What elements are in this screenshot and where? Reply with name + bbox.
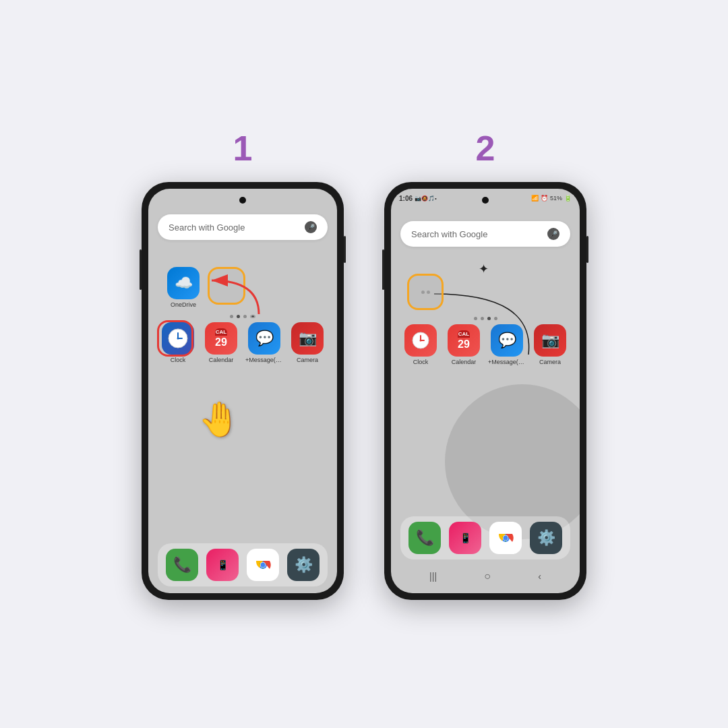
chrome-wrap[interactable] (245, 549, 280, 581)
phone1-notch (239, 197, 246, 204)
phone-wrap[interactable]: 📞 (164, 549, 200, 581)
p2-clock-icon (404, 324, 437, 357)
step1-number: 1 (233, 128, 253, 169)
status-left: 1:06 📷🔕🎵• (399, 195, 437, 202)
onedrive-label: OneDrive (171, 301, 196, 308)
calendar-label: Calendar (209, 357, 234, 363)
p2-calendar-wrap[interactable]: CAL 29 Calendar (445, 324, 483, 365)
message-wrap[interactable]: 💬 +Message(SM... (245, 322, 283, 363)
p2-bixby-icon: 📱 (449, 522, 481, 554)
phone1-app-row2: Clock CAL 29 Calendar (158, 322, 328, 363)
p2-phone-icon: 📞 (408, 522, 441, 554)
camera-label: Camera (297, 357, 318, 363)
p2-chrome-wrap[interactable] (488, 522, 523, 554)
p2-bixby-wrap[interactable]: 📱 (448, 522, 483, 554)
p2-camera-wrap[interactable]: 📷 Camera (531, 324, 569, 365)
chrome-logo (253, 555, 272, 574)
phone2-mic-icon: 🎤 (547, 228, 559, 240)
status-right: 📶 ⏰ 51% 🔋 (531, 195, 572, 202)
chrome-icon (247, 549, 279, 581)
calendar-wrap[interactable]: CAL 29 Calendar (202, 322, 240, 363)
settings-wrap[interactable]: ⚙️ (286, 549, 321, 581)
p2-camera-label: Camera (539, 359, 561, 365)
status-icons: 📷🔕🎵• (415, 195, 437, 202)
phone1-content: Search with Google 🎤 ☁️ OneDrive (148, 208, 337, 593)
settings-icon: ⚙️ (287, 549, 320, 581)
phone1-search-bar[interactable]: Search with Google 🎤 (158, 214, 328, 240)
status-wifi: 📶 (531, 195, 539, 202)
step1-container: 1 Search with Google 🎤 (142, 128, 344, 600)
phone1-app-grid: ☁️ OneDrive (158, 247, 328, 537)
step2-number: 2 (476, 128, 495, 169)
phone1-mic-icon: 🎤 (305, 221, 317, 233)
message-label: +Message(SM... (245, 357, 283, 363)
clock-label: Clock (171, 357, 186, 363)
p2-message-label: +Message(SM... (488, 359, 526, 365)
phone-icon: 📞 (166, 549, 198, 581)
p2-chrome-icon (489, 522, 522, 554)
main-container: 1 Search with Google 🎤 (142, 128, 586, 600)
clock-wrap[interactable]: Clock (159, 322, 197, 363)
red-arrow-svg (198, 267, 279, 321)
status-battery-text: 51% (550, 195, 562, 202)
camera-icon: 📷 (291, 322, 324, 355)
p2-clock-face (411, 331, 430, 350)
p2-camera-icon: 📷 (534, 324, 566, 357)
phone2-orange-slot (407, 274, 444, 310)
phone2-navbar: ||| ○ ‹ (400, 566, 570, 586)
status-alarm: ⏰ (541, 195, 548, 202)
p2-clock-wrap[interactable]: Clock (402, 324, 439, 365)
phone2-screen: 1:06 📷🔕🎵• 📶 ⏰ 51% 🔋 ✦ (391, 189, 580, 593)
bixby-icon: 📱 (206, 549, 239, 581)
phone2: 1:06 📷🔕🎵• 📶 ⏰ 51% 🔋 ✦ (384, 182, 586, 600)
p2-calendar-label: Calendar (452, 359, 477, 365)
p2-settings-wrap[interactable]: ⚙️ (528, 522, 564, 554)
onedrive-icon: ☁️ (167, 267, 200, 299)
phone2-search-bar[interactable]: Search with Google 🎤 (400, 221, 570, 247)
phone1-screen: Search with Google 🎤 ☁️ OneDrive (148, 189, 337, 593)
status-time: 1:06 (399, 195, 413, 202)
nav-back[interactable]: ‹ (538, 571, 541, 582)
calendar-icon: CAL 29 (205, 322, 237, 355)
p2-calendar-icon: CAL 29 (448, 324, 480, 357)
phone2-empty-slot-wrap (407, 274, 445, 310)
phone1-dock: 📞 📱 (158, 543, 328, 586)
p2-settings-icon: ⚙️ (530, 522, 562, 554)
phone1-search-text: Search with Google (169, 222, 245, 233)
camera-wrap[interactable]: 📷 Camera (289, 322, 326, 363)
bixby-wrap[interactable]: 📱 (205, 549, 240, 581)
nav-recent[interactable]: ||| (429, 571, 437, 582)
svg-point-16 (504, 536, 508, 541)
phone2-app-row2: Clock CAL 29 Calendar (400, 324, 570, 365)
phone2-search-text: Search with Google (411, 229, 487, 239)
p2-clock-label: Clock (413, 359, 429, 365)
p2-phone-wrap[interactable]: 📞 (407, 522, 442, 554)
p2-chrome-logo (496, 528, 515, 547)
phone2-notch (482, 197, 489, 204)
status-battery-icon: 🔋 (564, 195, 572, 202)
hand-cursor: 🤚 (198, 400, 240, 439)
p2-message-icon: 💬 (491, 324, 523, 357)
phone2-content: ✦ ✦ Search with Google 🎤 (391, 208, 580, 593)
p2-message-wrap[interactable]: 💬 +Message(SM... (488, 324, 526, 365)
phone2-app-grid: Clock CAL 29 Calendar (400, 253, 570, 510)
step2-container: 2 1:06 📷🔕🎵• 📶 ⏰ 51% 🔋 (384, 128, 586, 600)
red-highlight-clock (157, 320, 193, 357)
svg-point-12 (420, 340, 422, 342)
phone1: Search with Google 🎤 ☁️ OneDrive (142, 182, 344, 600)
message-icon: 💬 (248, 322, 280, 355)
empty-slot-dots (421, 291, 430, 294)
onedrive-wrap[interactable]: ☁️ OneDrive (164, 267, 202, 308)
phone2-dock: 📞 📱 (400, 516, 570, 559)
nav-home[interactable]: ○ (484, 570, 491, 582)
svg-point-8 (261, 563, 266, 568)
